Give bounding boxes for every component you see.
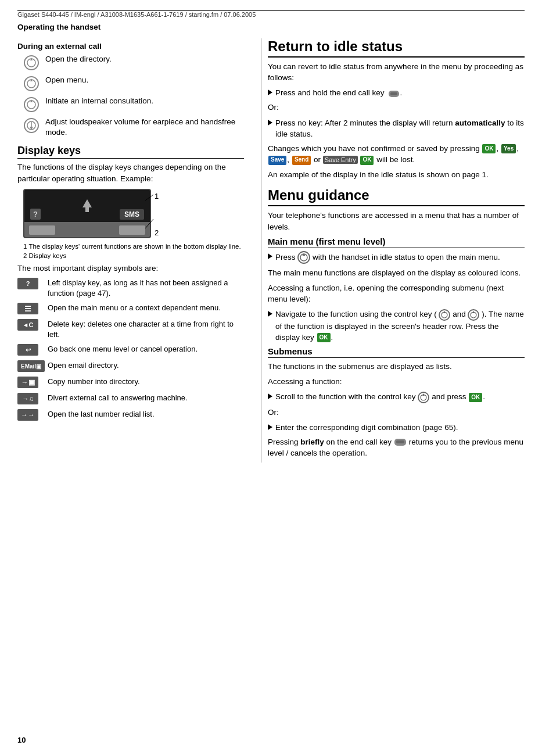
page: Gigaset S440-445 / IM-engl / A31008-M163… (0, 0, 542, 756)
ok-key-submenus: OK (469, 393, 482, 402)
submenus-bullet-1-text: Scroll to the function with the control … (275, 391, 525, 403)
external-call-text-4: Adjust loudspeaker volume for earpiece a… (45, 117, 244, 138)
bullet-arrow-2 (268, 120, 272, 126)
symbol-row-question: ? Left display key, as long as it has no… (17, 278, 244, 298)
bullet-arrow-main (268, 253, 272, 259)
symbol-text-email: Open email directory. (48, 360, 244, 371)
diagram-number-1: 1 (155, 192, 159, 200)
bullet-arrow-navigate (268, 311, 272, 317)
icon-row-3: Initiate an internal consultation. (17, 96, 244, 113)
symbol-row-delete: ◄C Delete key: deletes one character at … (17, 319, 244, 339)
submenus-accessing: Accessing a function: (268, 376, 525, 387)
symbols-intro: The most important display symbols are: (17, 263, 244, 274)
external-call-text-2: Open menu. (45, 75, 244, 85)
main-menu-bullet-text: Press with the handset in idle status to… (275, 251, 525, 264)
main-menu-bullet: Press with the handset in idle status to… (268, 251, 525, 264)
bullet-arrow-1 (268, 89, 272, 95)
symbol-text-redial: Open the last number redial list. (48, 409, 244, 420)
main-menu-para-1: The main menu functions are displayed on… (268, 267, 525, 278)
submenus-bullet-2-text: Enter the corresponding digit combinatio… (275, 422, 525, 433)
symbol-text-menu: Open the main menu or a context dependen… (48, 303, 244, 313)
right-column: Return to idle status You can revert to … (261, 38, 525, 463)
return-para-3: An example of the display in the idle st… (268, 169, 525, 180)
main-menu-navigate-bullet: Navigate to the function using the contr… (268, 309, 525, 343)
nav-icon-1 (17, 54, 45, 71)
menu-guidance-intro: Your telephone's functions are accessed … (268, 210, 525, 232)
nav-icon-2 (17, 75, 45, 92)
symbol-badge-redial: →→ (17, 409, 48, 421)
external-call-header: During an external call (17, 42, 244, 51)
return-para-2: Changes which you have not confirmed or … (268, 143, 525, 165)
symbol-badge-email: EMail▣ (17, 360, 48, 372)
main-menu-para-2: Accessing a function, i.e. opening the c… (268, 282, 525, 304)
return-to-idle-title: Return to idle status (268, 38, 525, 58)
submenus-or: Or: (268, 407, 525, 418)
nav-key-icon-2 (468, 309, 479, 321)
nav-icon-3 (17, 96, 45, 113)
save-key-badge: Save (268, 156, 286, 165)
return-bullet-2: Press no key: After 2 minutes the displa… (268, 117, 525, 139)
submenus-title: Submenus (268, 346, 525, 358)
nav-key-icon-main (297, 251, 310, 264)
main-menu-title: Main menu (first menu level) (268, 237, 525, 248)
symbol-row-redial: →→ Open the last number redial list. (17, 409, 244, 421)
diagram-caption-2: 2 Display keys (23, 252, 244, 259)
symbol-row-divert: →♫ Divert external call to answering mac… (17, 393, 244, 404)
symbol-text-back: Go back one menu level or cancel operati… (48, 344, 244, 354)
display-diagram: ? SMS (17, 189, 244, 259)
yes-key-badge: Yes (501, 144, 516, 153)
diagram-number-2: 2 (155, 228, 159, 237)
ok-key-badge-2: OK (360, 156, 374, 165)
end-call-key-icon-2 (394, 438, 407, 447)
ok-key-badge: OK (482, 144, 496, 153)
symbol-badge-back: ↩ (17, 344, 48, 356)
two-column-layout: During an external call Open the directo… (17, 38, 525, 463)
navigate-bullet-text: Navigate to the function using the contr… (275, 309, 525, 343)
header-text: Gigaset S440-445 / IM-engl / A31008-M163… (17, 11, 256, 18)
symbol-badge-question: ? (17, 278, 48, 289)
symbol-text-copy: Copy number into directory. (48, 377, 244, 387)
icon-row-4: Adjust loudspeaker volume for earpiece a… (17, 117, 244, 138)
svg-marker-13 (82, 199, 92, 207)
send-key-badge: Send (292, 156, 311, 165)
left-column: During an external call Open the directo… (17, 38, 261, 463)
symbol-text-delete: Delete key: deletes one character at a t… (48, 319, 244, 339)
svg-rect-14 (85, 207, 89, 212)
symbol-text-question: Left display key, as long as it has not … (48, 278, 244, 298)
submenus-intro: The functions in the submenus are displa… (268, 361, 525, 372)
symbol-badge-menu: ☰ (17, 303, 48, 314)
menu-guidance-title: Menu guidance (268, 187, 525, 206)
symbol-badge-delete: ◄C (17, 319, 48, 331)
bullet-arrow-submenus-1 (268, 393, 272, 399)
svg-rect-32 (396, 440, 404, 443)
return-or-1: Or: (268, 102, 525, 113)
external-call-text-3: Initiate an internal consultation. (45, 96, 244, 106)
return-bullet-1: Press and hold the end call key . (268, 87, 525, 98)
icon-row-1: Open the directory. (17, 54, 244, 71)
return-bullet-1-text: Press and hold the end call key . (275, 87, 525, 98)
return-bullet-2-text: Press no key: After 2 minutes the displa… (275, 117, 525, 139)
operating-label: Operating the handset (17, 23, 525, 31)
symbol-row-email: EMail▣ Open email directory. (17, 360, 244, 372)
external-call-text-1: Open the directory. (45, 54, 244, 65)
bullet-arrow-submenus-2 (268, 424, 272, 430)
diagram-caption-1: 1 The display keys' current functions ar… (23, 242, 244, 251)
icon-row-2: Open menu. (17, 75, 244, 92)
symbol-text-divert: Divert external call to answering machin… (48, 393, 244, 403)
nav-key-icon-scroll (418, 392, 429, 403)
ok-key-navigate: OK (317, 333, 331, 342)
submenus-final-para: Pressing briefly on the end call key ret… (268, 436, 525, 458)
symbol-row-menu: ☰ Open the main menu or a context depend… (17, 303, 244, 314)
submenus-bullet-1: Scroll to the function with the control … (268, 391, 525, 403)
page-number: 10 (17, 736, 26, 744)
end-call-key-icon-1 (388, 89, 400, 98)
header-row: Gigaset S440-445 / IM-engl / A31008-M163… (17, 11, 525, 18)
display-keys-intro: The functions of the display keys change… (17, 162, 244, 184)
symbol-badge-copy: →▣ (17, 377, 48, 388)
symbol-badge-divert: →♫ (17, 393, 48, 404)
submenus-bullet-2: Enter the corresponding digit combinatio… (268, 422, 525, 433)
svg-rect-18 (390, 92, 397, 95)
symbol-row-copy: →▣ Copy number into directory. (17, 377, 244, 388)
symbol-row-back: ↩ Go back one menu level or cancel opera… (17, 344, 244, 356)
display-keys-title: Display keys (17, 145, 244, 159)
